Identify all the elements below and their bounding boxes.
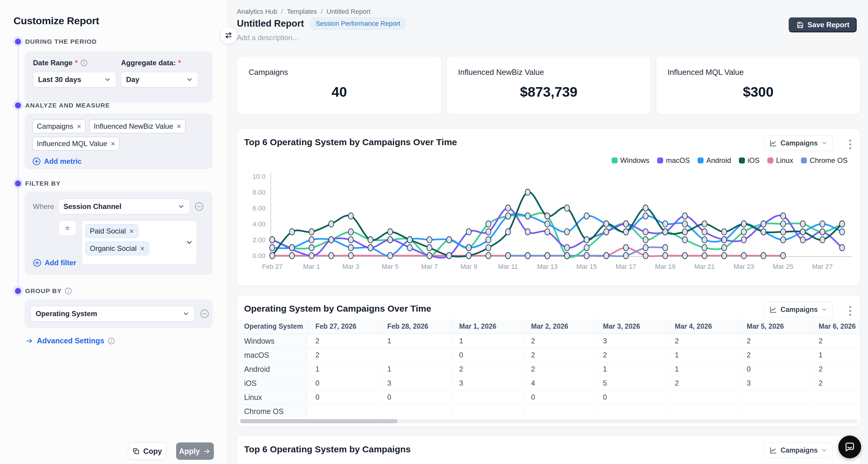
data-point-marker[interactable]: [800, 237, 805, 243]
data-point-marker[interactable]: [329, 221, 334, 227]
data-point-marker[interactable]: [565, 229, 570, 235]
data-point-marker[interactable]: [702, 237, 707, 243]
data-point-marker[interactable]: [820, 237, 825, 243]
data-point-marker[interactable]: [702, 244, 707, 251]
data-point-marker[interactable]: [368, 244, 373, 251]
data-point-marker[interactable]: [643, 213, 648, 219]
data-point-marker[interactable]: [486, 229, 491, 235]
data-point-marker[interactable]: [505, 205, 511, 211]
data-point-marker[interactable]: [682, 221, 687, 227]
data-point-marker[interactable]: [623, 253, 628, 259]
advanced-settings-link[interactable]: Advanced Settings: [25, 336, 115, 345]
data-point-marker[interactable]: [329, 253, 334, 259]
data-point-marker[interactable]: [289, 229, 294, 235]
data-point-marker[interactable]: [663, 221, 668, 227]
info-circle-icon[interactable]: [64, 287, 72, 295]
data-point-marker[interactable]: [721, 244, 726, 251]
data-point-marker[interactable]: [545, 221, 550, 227]
data-point-marker[interactable]: [348, 253, 353, 259]
data-point-marker[interactable]: [840, 221, 845, 227]
data-point-marker[interactable]: [663, 229, 668, 235]
data-point-marker[interactable]: [800, 229, 805, 235]
filter-operator[interactable]: =: [58, 220, 76, 236]
data-point-marker[interactable]: [348, 237, 353, 243]
remove-metric-icon[interactable]: ×: [111, 140, 115, 147]
data-point-marker[interactable]: [289, 253, 294, 259]
data-point-marker[interactable]: [388, 253, 393, 259]
data-point-marker[interactable]: [584, 253, 589, 259]
info-circle-icon[interactable]: [80, 59, 88, 67]
data-point-marker[interactable]: [663, 253, 668, 259]
data-point-marker[interactable]: [780, 237, 786, 243]
data-point-marker[interactable]: [270, 244, 275, 251]
add-metric-button[interactable]: Add metric: [32, 157, 82, 166]
filter-field-select[interactable]: Session Channel: [58, 199, 190, 214]
data-point-marker[interactable]: [702, 221, 707, 227]
breadcrumb-item[interactable]: Untitled Report: [327, 8, 371, 15]
data-point-marker[interactable]: [721, 229, 726, 235]
data-point-marker[interactable]: [486, 237, 491, 243]
data-point-marker[interactable]: [721, 253, 726, 259]
data-point-marker[interactable]: [780, 221, 786, 227]
data-point-marker[interactable]: [643, 237, 648, 243]
data-point-marker[interactable]: [525, 189, 530, 196]
data-point-marker[interactable]: [682, 229, 687, 235]
remove-group-by-button[interactable]: [199, 309, 210, 319]
data-point-marker[interactable]: [309, 237, 314, 243]
data-point-marker[interactable]: [820, 229, 825, 235]
data-point-marker[interactable]: [682, 237, 687, 243]
data-point-marker[interactable]: [643, 205, 648, 211]
data-point-marker[interactable]: [584, 213, 589, 219]
filter-values-select[interactable]: Paid Social×Organic Social×: [82, 220, 197, 265]
data-point-marker[interactable]: [643, 244, 648, 251]
data-point-marker[interactable]: [505, 229, 511, 235]
data-point-marker[interactable]: [840, 244, 845, 251]
data-point-marker[interactable]: [427, 237, 432, 243]
data-point-marker[interactable]: [407, 237, 412, 243]
data-point-marker[interactable]: [623, 229, 628, 235]
data-point-marker[interactable]: [348, 229, 353, 235]
data-point-marker[interactable]: [682, 253, 687, 259]
data-point-marker[interactable]: [309, 229, 314, 235]
date-range-select[interactable]: Last 30 days: [33, 72, 116, 88]
data-point-marker[interactable]: [329, 237, 334, 243]
remove-filter-button[interactable]: [194, 201, 204, 212]
apply-button[interactable]: Apply: [176, 442, 214, 460]
data-point-marker[interactable]: [623, 244, 628, 251]
data-point-marker[interactable]: [289, 244, 294, 251]
data-point-marker[interactable]: [427, 253, 432, 259]
chat-launcher-button[interactable]: [838, 436, 861, 458]
data-point-marker[interactable]: [584, 244, 589, 251]
copy-button[interactable]: Copy: [128, 442, 166, 460]
data-point-marker[interactable]: [466, 244, 471, 251]
data-point-marker[interactable]: [682, 213, 687, 219]
data-point-marker[interactable]: [486, 244, 491, 251]
line-chart[interactable]: 0.002.004.006.008.0010.0Feb 27Mar 1Mar 3…: [237, 129, 861, 286]
data-point-marker[interactable]: [761, 253, 766, 259]
page-title[interactable]: Untitled Report: [237, 18, 304, 29]
data-point-marker[interactable]: [545, 213, 550, 219]
data-point-marker[interactable]: [643, 229, 648, 235]
data-point-marker[interactable]: [780, 229, 786, 235]
bottom-metric-selector[interactable]: Campaigns: [764, 442, 833, 458]
data-point-marker[interactable]: [663, 244, 668, 251]
data-point-marker[interactable]: [741, 221, 746, 227]
data-point-marker[interactable]: [721, 237, 726, 243]
table-kebab-menu-icon[interactable]: [848, 305, 852, 317]
add-filter-button[interactable]: Add filter: [33, 259, 76, 267]
breadcrumb-item[interactable]: Templates: [287, 8, 317, 15]
data-point-marker[interactable]: [407, 244, 412, 251]
data-point-marker[interactable]: [702, 253, 707, 259]
table-metric-selector[interactable]: Campaigns: [764, 302, 833, 317]
data-point-marker[interactable]: [565, 205, 570, 211]
data-point-marker[interactable]: [446, 237, 452, 243]
remove-metric-icon[interactable]: ×: [177, 123, 181, 130]
data-point-marker[interactable]: [525, 253, 530, 259]
scrollbar-thumb[interactable]: [240, 419, 398, 423]
data-point-marker[interactable]: [761, 229, 766, 235]
data-point-marker[interactable]: [525, 229, 530, 235]
data-point-marker[interactable]: [604, 221, 609, 227]
data-point-marker[interactable]: [741, 237, 746, 243]
data-point-marker[interactable]: [466, 229, 471, 235]
data-point-marker[interactable]: [309, 253, 314, 259]
